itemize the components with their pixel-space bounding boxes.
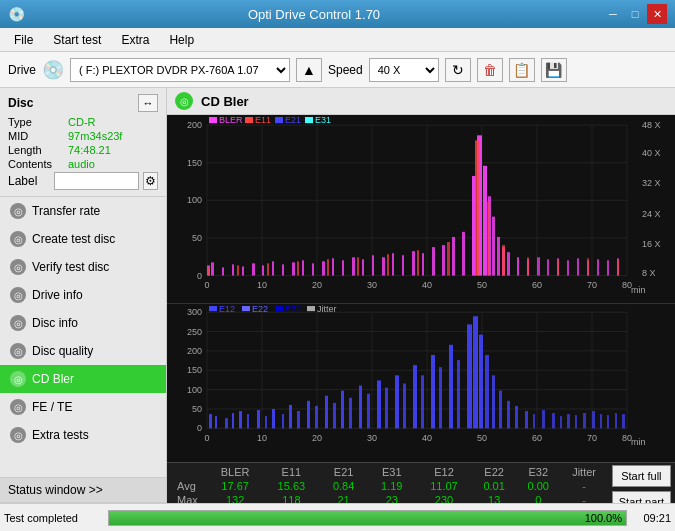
- row-avg-label: Avg: [167, 479, 207, 493]
- sidebar-item-extra-tests[interactable]: ◎ Extra tests: [0, 421, 166, 449]
- max-e31: 23: [368, 493, 416, 503]
- menu-bar: File Start test Extra Help: [0, 28, 675, 52]
- length-value: 74:48.21: [68, 144, 158, 156]
- label-settings-button[interactable]: ⚙: [143, 172, 158, 190]
- toolbar: Drive 💿 ( F:) PLEXTOR DVDR PX-760A 1.07 …: [0, 52, 675, 88]
- sidebar-item-verify-test-disc[interactable]: ◎ Verify test disc: [0, 253, 166, 281]
- sidebar-item-label: Drive info: [32, 288, 83, 302]
- cd-bler-icon: ◎: [10, 371, 26, 387]
- sidebar-item-cd-bler[interactable]: ◎ CD Bler: [0, 365, 166, 393]
- save-button[interactable]: 💾: [541, 58, 567, 82]
- svg-rect-94: [527, 257, 529, 275]
- start-part-button[interactable]: Start part: [612, 491, 671, 503]
- menu-start-test[interactable]: Start test: [43, 31, 111, 49]
- avg-e11: 15.63: [263, 479, 319, 493]
- menu-file[interactable]: File: [4, 31, 43, 49]
- svg-rect-152: [307, 401, 310, 429]
- svg-rect-44: [282, 264, 284, 275]
- svg-rect-52: [362, 259, 364, 275]
- eject-button[interactable]: ▲: [296, 58, 322, 82]
- menu-extra[interactable]: Extra: [111, 31, 159, 49]
- disc-panel-refresh-button[interactable]: ↔: [138, 94, 158, 112]
- svg-rect-56: [402, 255, 404, 275]
- type-label: Type: [8, 116, 68, 128]
- svg-rect-71: [517, 257, 519, 275]
- svg-rect-153: [315, 406, 318, 428]
- sidebar-item-fe-te[interactable]: ◎ FE / TE: [0, 393, 166, 421]
- svg-rect-160: [377, 380, 381, 428]
- sidebar-item-drive-info[interactable]: ◎ Drive info: [0, 281, 166, 309]
- svg-rect-95: [557, 259, 559, 275]
- sidebar: Disc ↔ Type CD-R MID 97m34s23f Length 74…: [0, 88, 167, 503]
- svg-rect-53: [372, 255, 374, 275]
- title-bar: 💿 Opti Drive Control 1.70 ─ □ ✕: [0, 0, 675, 28]
- sidebar-nav: ◎ Transfer rate ◎ Create test disc ◎ Ver…: [0, 197, 166, 477]
- svg-text:E11: E11: [255, 115, 271, 125]
- svg-text:0: 0: [197, 423, 202, 433]
- sidebar-item-label: Verify test disc: [32, 260, 109, 274]
- disc-info-icon: ◎: [10, 315, 26, 331]
- svg-rect-60: [442, 245, 445, 275]
- sidebar-item-transfer-rate[interactable]: ◎ Transfer rate: [0, 197, 166, 225]
- svg-rect-91: [475, 140, 479, 275]
- contents-label: Contents: [8, 158, 68, 170]
- svg-rect-151: [297, 411, 300, 428]
- svg-rect-74: [547, 259, 549, 275]
- sidebar-item-disc-quality[interactable]: ◎ Disc quality: [0, 337, 166, 365]
- svg-rect-169: [457, 360, 460, 428]
- label-input[interactable]: [54, 172, 139, 190]
- svg-text:BLER: BLER: [219, 115, 243, 125]
- menu-help[interactable]: Help: [159, 31, 204, 49]
- svg-rect-73: [537, 257, 540, 275]
- svg-rect-50: [342, 260, 344, 275]
- svg-rect-175: [499, 391, 502, 429]
- bottom-bar: Test completed 100.0% 09:21: [0, 503, 675, 531]
- svg-rect-58: [422, 253, 424, 275]
- svg-rect-161: [385, 388, 388, 429]
- sidebar-item-label: CD Bler: [32, 372, 74, 386]
- svg-text:16 X: 16 X: [642, 239, 661, 249]
- status-window-button[interactable]: Status window >>: [0, 477, 166, 503]
- erase-button[interactable]: 🗑: [477, 58, 503, 82]
- maximize-button[interactable]: □: [625, 4, 645, 24]
- svg-rect-40: [242, 266, 244, 275]
- sidebar-item-disc-info[interactable]: ◎ Disc info: [0, 309, 166, 337]
- svg-rect-43: [272, 261, 274, 275]
- drive-select[interactable]: ( F:) PLEXTOR DVDR PX-760A 1.07: [70, 58, 290, 82]
- close-button[interactable]: ✕: [647, 4, 667, 24]
- svg-text:150: 150: [187, 158, 202, 168]
- svg-text:min: min: [631, 285, 645, 295]
- speed-select[interactable]: 40 X 8 X 16 X 24 X 32 X 48 X: [369, 58, 439, 82]
- copy-button[interactable]: 📋: [509, 58, 535, 82]
- time-display: 09:21: [631, 512, 671, 524]
- svg-text:0: 0: [197, 271, 202, 281]
- svg-rect-195: [275, 306, 283, 311]
- max-e11: 118: [263, 493, 319, 503]
- svg-rect-57: [412, 251, 415, 275]
- svg-rect-189: [615, 413, 617, 428]
- svg-text:300: 300: [187, 307, 202, 317]
- svg-text:Jitter: Jitter: [317, 304, 336, 314]
- svg-rect-98: [209, 117, 217, 123]
- svg-text:20: 20: [312, 280, 322, 290]
- cd-bler-header-icon: ◎: [175, 92, 193, 110]
- verify-test-disc-icon: ◎: [10, 259, 26, 275]
- start-full-button[interactable]: Start full: [612, 465, 671, 487]
- svg-text:70: 70: [587, 433, 597, 443]
- svg-rect-184: [575, 415, 577, 428]
- svg-text:0: 0: [204, 280, 209, 290]
- top-chart-svg: 200 150 100 50 0 0 10 20 30 40 50 60 70 …: [167, 115, 675, 303]
- svg-text:150: 150: [187, 365, 202, 375]
- sidebar-item-create-test-disc[interactable]: ◎ Create test disc: [0, 225, 166, 253]
- max-bler: 132: [207, 493, 263, 503]
- minimize-button[interactable]: ─: [603, 4, 623, 24]
- svg-rect-165: [421, 375, 424, 428]
- avg-e31: 1.19: [368, 479, 416, 493]
- stats-table-wrapper: BLER E11 E21 E31 E12 E22 E32 Jitter: [167, 463, 608, 503]
- svg-rect-104: [305, 117, 313, 123]
- svg-text:50: 50: [192, 404, 202, 414]
- disc-quality-icon: ◎: [10, 343, 26, 359]
- refresh-button[interactable]: ↻: [445, 58, 471, 82]
- svg-rect-163: [403, 384, 406, 429]
- transfer-rate-icon: ◎: [10, 203, 26, 219]
